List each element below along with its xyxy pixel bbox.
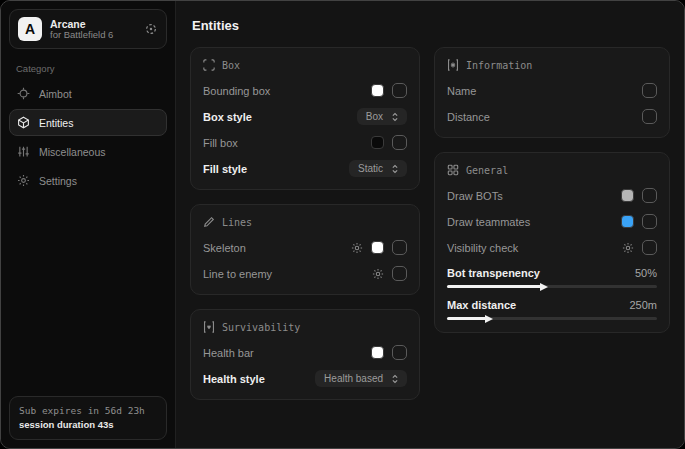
entities-icon (17, 116, 30, 129)
box-card: Box Bounding box Box style (190, 47, 420, 190)
lines-card: Lines Skeleton (190, 204, 420, 295)
visibility-check-label: Visibility check (447, 242, 518, 254)
name-label: Name (447, 85, 476, 97)
draw-teammates-color-swatch[interactable] (621, 215, 634, 228)
health-style-dropdown[interactable]: Health based (315, 370, 407, 387)
card-title: Lines (222, 217, 252, 228)
brand-card: A Arcane for Battlefield 6 (9, 9, 167, 49)
card-title: General (466, 165, 508, 176)
draw-teammates-label: Draw teammates (447, 216, 530, 228)
max-distance-slider-group: Max distance 250m (447, 299, 657, 320)
slider-thumb[interactable] (485, 315, 493, 323)
card-title: Box (222, 60, 240, 71)
fill-box-color-swatch[interactable] (371, 136, 384, 149)
health-bar-row: Health bar (203, 344, 407, 361)
main-content: Entities Box Bou (176, 1, 684, 448)
box-style-value: Box (366, 111, 383, 122)
max-distance-slider[interactable] (447, 317, 657, 320)
visibility-check-settings-gear-icon[interactable] (622, 242, 634, 254)
target-icon[interactable] (144, 22, 158, 36)
max-distance-value: 250m (629, 299, 657, 311)
sliders-icon (17, 145, 30, 158)
draw-teammates-row: Draw teammates (447, 213, 657, 230)
health-style-row: Health style Health based (203, 370, 407, 387)
bot-transparency-slider-group: Bot transpenency 50% (447, 267, 657, 288)
fill-box-label: Fill box (203, 137, 238, 149)
sidebar-item-aimbot[interactable]: Aimbot (9, 80, 167, 107)
draw-teammates-checkbox[interactable] (642, 214, 657, 229)
sidebar-item-entities[interactable]: Entities (9, 109, 167, 136)
general-card: General Draw BOTs Draw teammates (434, 152, 670, 333)
skeleton-color-swatch[interactable] (371, 241, 384, 254)
sidebar-item-miscellaneous[interactable]: Miscellaneous (9, 138, 167, 165)
brand-title: Arcane (50, 18, 136, 30)
fill-style-value: Static (358, 163, 383, 174)
health-bar-color-swatch[interactable] (371, 346, 384, 359)
bounding-box-checkbox[interactable] (392, 83, 407, 98)
bounding-box-label: Bounding box (203, 85, 270, 97)
sidebar-item-label: Aimbot (39, 88, 72, 100)
page-title: Entities (192, 18, 670, 33)
draw-bots-checkbox[interactable] (642, 188, 657, 203)
crosshair-icon (17, 87, 30, 100)
category-label: Category (16, 63, 167, 74)
gear-icon (17, 174, 30, 187)
survivability-card: Survivability Health bar Health style (190, 309, 420, 400)
chevron-up-down-icon (390, 112, 400, 122)
sidebar-item-settings[interactable]: Settings (9, 167, 167, 194)
chevron-up-down-icon (390, 374, 400, 384)
distance-label: Distance (447, 111, 490, 123)
scan-brackets-icon (203, 59, 215, 71)
skeleton-label: Skeleton (203, 242, 246, 254)
sidebar: A Arcane for Battlefield 6 Category Aimb… (1, 1, 176, 448)
skeleton-checkbox[interactable] (392, 240, 407, 255)
distance-checkbox[interactable] (642, 109, 657, 124)
app-window: A Arcane for Battlefield 6 Category Aimb… (0, 0, 685, 449)
draw-bots-color-swatch[interactable] (621, 189, 634, 202)
grid-icon (447, 164, 459, 176)
sidebar-item-label: Settings (39, 175, 77, 187)
visibility-check-checkbox[interactable] (642, 240, 657, 255)
sub-expiry-text: Sub expires in 56d 23h (19, 404, 157, 418)
line-to-enemy-row: Line to enemy (203, 265, 407, 282)
bot-transparency-value: 50% (635, 267, 657, 279)
sidebar-item-label: Miscellaneous (39, 146, 106, 158)
max-distance-label: Max distance (447, 299, 516, 311)
card-title: Survivability (222, 322, 300, 333)
health-bar-label: Health bar (203, 347, 254, 359)
visibility-check-row: Visibility check (447, 239, 657, 256)
distance-row: Distance (447, 108, 657, 125)
bot-transparency-label: Bot transpenency (447, 267, 540, 279)
health-bar-checkbox[interactable] (392, 345, 407, 360)
draw-bots-label: Draw BOTs (447, 190, 503, 202)
chevron-up-down-icon (390, 164, 400, 174)
bounding-box-row: Bounding box (203, 82, 407, 99)
information-card: Information Name Distance (434, 47, 670, 138)
fill-box-row: Fill box (203, 134, 407, 151)
line-to-enemy-checkbox[interactable] (392, 266, 407, 281)
box-style-row: Box style Box (203, 108, 407, 125)
pencil-icon (203, 216, 215, 228)
bounding-box-color-swatch[interactable] (371, 84, 384, 97)
fill-style-dropdown[interactable]: Static (349, 160, 407, 177)
fill-style-row: Fill style Static (203, 160, 407, 177)
draw-bots-row: Draw BOTs (447, 187, 657, 204)
skeleton-row: Skeleton (203, 239, 407, 256)
fill-style-label: Fill style (203, 163, 247, 175)
box-style-dropdown[interactable]: Box (357, 108, 407, 125)
fill-box-checkbox[interactable] (392, 135, 407, 150)
sidebar-nav: Aimbot Entities Miscellaneous (9, 80, 167, 194)
subscription-info: Sub expires in 56d 23h session duration … (9, 396, 167, 440)
line-to-enemy-label: Line to enemy (203, 268, 272, 280)
skeleton-settings-gear-icon[interactable] (351, 242, 363, 254)
bot-transparency-slider[interactable] (447, 285, 657, 288)
info-brackets-icon (447, 59, 459, 71)
heart-brackets-icon (203, 321, 215, 333)
line-to-enemy-settings-gear-icon[interactable] (372, 268, 384, 280)
health-style-value: Health based (324, 373, 383, 384)
name-checkbox[interactable] (642, 83, 657, 98)
health-style-label: Health style (203, 373, 265, 385)
brand-logo: A (18, 17, 42, 41)
name-row: Name (447, 82, 657, 99)
slider-thumb[interactable] (540, 283, 548, 291)
